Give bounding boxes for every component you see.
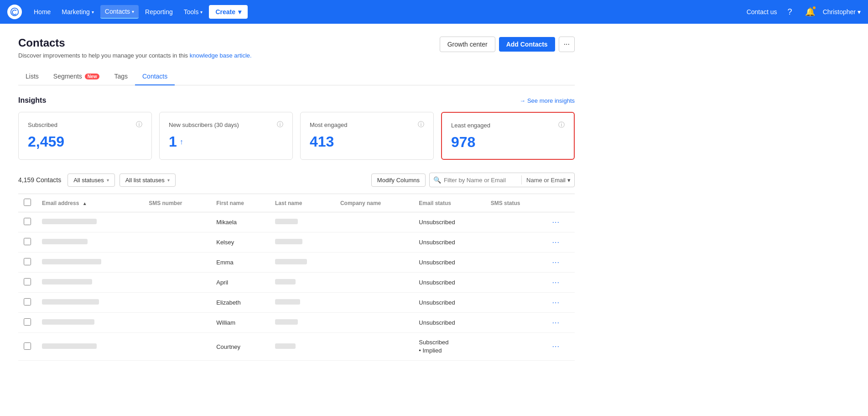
table-header: Email address ▲ SMS number First name La… <box>18 194 575 212</box>
create-chevron-icon: ▾ <box>238 8 241 16</box>
user-chevron-icon: ▾ <box>858 8 861 16</box>
insight-card-most-engaged: Most engaged ⓘ 413 <box>300 112 434 160</box>
row-more-button[interactable]: ··· <box>552 342 560 350</box>
header-sms-status[interactable]: SMS status <box>485 194 547 212</box>
user-menu[interactable]: Christopher ▾ <box>823 8 861 16</box>
page-header: Contacts Discover improvements to help y… <box>18 37 575 59</box>
contact-us-link[interactable]: Contact us <box>747 8 777 16</box>
header-email-status[interactable]: Email status <box>413 194 485 212</box>
insight-card-header-most-engaged: Most engaged ⓘ <box>310 121 424 129</box>
row-first-name: Kelsey <box>211 232 270 253</box>
create-button[interactable]: Create ▾ <box>209 5 248 19</box>
insight-value-least-engaged: 978 <box>451 134 565 151</box>
header-sms[interactable]: SMS number <box>143 194 211 212</box>
row-more-button[interactable]: ··· <box>552 218 560 226</box>
row-first-name: William <box>211 313 270 333</box>
insight-info-new-subs[interactable]: ⓘ <box>277 121 283 129</box>
table-body: MikaelaUnsubscribed···KelseyUnsubscribed… <box>18 212 575 361</box>
add-contacts-button[interactable]: Add Contacts <box>499 37 555 52</box>
nav-tools[interactable]: Tools ▾ <box>179 5 208 18</box>
row-more-button[interactable]: ··· <box>552 238 560 246</box>
table-row: WilliamUnsubscribed··· <box>18 313 575 333</box>
row-company <box>335 333 413 361</box>
row-more-button[interactable]: ··· <box>552 258 560 266</box>
row-more-button[interactable]: ··· <box>552 319 560 326</box>
tab-lists[interactable]: Lists <box>18 68 46 85</box>
header-last-name[interactable]: Last name <box>270 194 335 212</box>
header-first-name[interactable]: First name <box>211 194 270 212</box>
row-checkbox[interactable] <box>24 278 31 285</box>
row-checkbox-cell <box>18 253 36 273</box>
insights-cards: Subscribed ⓘ 2,459 New subscribers (30 d… <box>18 112 575 160</box>
row-company <box>335 253 413 273</box>
notifications-button[interactable]: 🔔 <box>803 5 817 19</box>
row-sms <box>143 253 211 273</box>
row-company <box>335 293 413 313</box>
tab-tags[interactable]: Tags <box>107 68 135 85</box>
insight-label-least-engaged: Least engaged <box>451 122 490 129</box>
tab-contacts[interactable]: Contacts <box>135 68 175 85</box>
insight-info-most-engaged[interactable]: ⓘ <box>418 121 424 129</box>
header-checkbox-cell <box>18 194 36 212</box>
row-checkbox[interactable] <box>24 258 31 265</box>
header-company[interactable]: Company name <box>335 194 413 212</box>
header-email[interactable]: Email address ▲ <box>36 194 143 212</box>
tab-segments[interactable]: Segments New <box>46 68 107 85</box>
all-list-statuses-filter[interactable]: All list statuses ▾ <box>120 174 176 187</box>
knowledge-base-link[interactable]: knowledge base article. <box>190 52 252 59</box>
arrow-right-icon: → <box>520 97 525 104</box>
growth-center-button[interactable]: Growth center <box>440 37 495 52</box>
row-sms <box>143 232 211 253</box>
row-checkbox[interactable] <box>24 298 31 305</box>
nav-marketing[interactable]: Marketing ▾ <box>57 5 98 18</box>
brand-logo[interactable] <box>7 5 22 19</box>
row-sms-status <box>485 212 547 232</box>
insight-value-most-engaged: 413 <box>310 133 424 150</box>
search-filter-label[interactable]: Name or Email ▾ <box>526 177 571 184</box>
row-checkbox[interactable] <box>24 318 31 326</box>
insight-label-new-subs: New subscribers (30 days) <box>169 121 239 128</box>
toolbar-right: Modify Columns 🔍 Name or Email ▾ <box>371 173 575 187</box>
row-first-name: April <box>211 273 270 293</box>
row-checkbox[interactable] <box>24 342 31 350</box>
row-last-name <box>270 333 335 361</box>
help-button[interactable]: ? <box>783 5 797 19</box>
row-first-name: Elizabeth <box>211 293 270 313</box>
row-more-button[interactable]: ··· <box>552 279 560 286</box>
row-first-name: Emma <box>211 253 270 273</box>
insight-info-least-engaged[interactable]: ⓘ <box>558 121 565 129</box>
row-email <box>36 253 143 273</box>
row-sms-status <box>485 253 547 273</box>
row-actions-cell: ··· <box>547 313 575 333</box>
all-statuses-filter[interactable]: All statuses ▾ <box>68 174 114 187</box>
nav-home[interactable]: Home <box>29 5 55 18</box>
row-more-button[interactable]: ··· <box>552 299 560 306</box>
row-company <box>335 313 413 333</box>
row-email-status: Unsubscribed <box>413 253 485 273</box>
main-inner: Contacts Discover improvements to help y… <box>0 24 593 374</box>
row-first-name: Mikaela <box>211 212 270 232</box>
row-checkbox[interactable] <box>24 218 31 225</box>
search-input[interactable] <box>444 177 517 184</box>
nav-contacts[interactable]: Contacts ▾ <box>100 5 139 19</box>
insight-info-subscribed[interactable]: ⓘ <box>136 121 142 129</box>
notification-dot <box>812 6 816 10</box>
row-last-name <box>270 212 335 232</box>
row-company <box>335 273 413 293</box>
select-all-checkbox[interactable] <box>24 199 31 206</box>
see-more-insights-link[interactable]: → See more insights <box>520 97 575 104</box>
row-email <box>36 293 143 313</box>
insight-card-header-new-subs: New subscribers (30 days) ⓘ <box>169 121 283 129</box>
more-options-button[interactable]: ··· <box>559 37 575 52</box>
row-sms <box>143 333 211 361</box>
insight-value-new-subs: 1 ↑ <box>169 133 283 150</box>
contacts-table: Email address ▲ SMS number First name La… <box>18 194 575 361</box>
nav-reporting[interactable]: Reporting <box>140 5 177 18</box>
table-row: MikaelaUnsubscribed··· <box>18 212 575 232</box>
row-checkbox[interactable] <box>24 238 31 245</box>
modify-columns-button[interactable]: Modify Columns <box>371 174 426 187</box>
row-actions-cell: ··· <box>547 293 575 313</box>
insight-card-header-subscribed: Subscribed ⓘ <box>28 121 142 129</box>
search-divider <box>521 175 522 184</box>
insight-value-subscribed: 2,459 <box>28 133 142 150</box>
